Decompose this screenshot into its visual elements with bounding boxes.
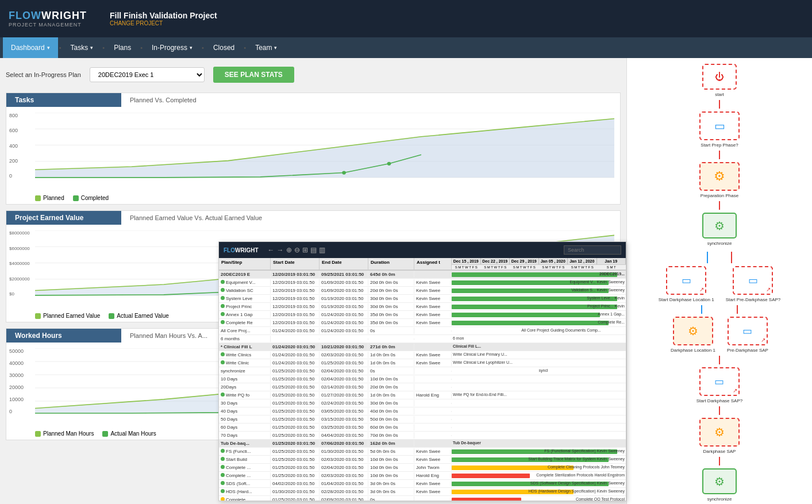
gantt-row-24: Start Build 01/25/2020 03:01:50 02/03/20… [219,456,626,464]
gantt-cell-assign-14 [414,379,452,380]
gantt-cell-dur-22: 162d 0h 0m [368,440,414,447]
gantt-cell-assign-9 [414,338,452,340]
flow-darksap-box: ⚙ [699,418,740,447]
gantt-view2-btn[interactable]: ▥ [319,246,325,254]
see-stats-button[interactable]: SEE PLAN STATS [213,67,294,83]
gantt-row-7: Complete Re 12/20/2019 03:01:50 01/24/20… [219,319,626,327]
gantt-cell-start-13: 01/25/2020 03:01:50 [271,368,320,374]
gantt-cell-assign-26: Harold Eng [414,472,452,479]
gantt-cell-end-29: 02/09/2020 03:01:50 [320,497,368,501]
nav-dashboard[interactable]: Dashboard ▾ [3,37,58,58]
gantt-zoom-in-btn[interactable]: ⊕ [286,246,292,254]
nav-team[interactable]: Team ▾ [247,37,285,58]
nav-dot-1: • [59,44,61,51]
gantt-top-bar: FLOWRIGHT ← → ⊕ ⊖ ⊞ ▤ ▥ [219,242,626,258]
gantt-bar-label-7: Complete Re... [598,320,625,324]
gantt-row-17: 30 Days 01/25/2020 03:01:50 02/24/2020 0… [219,399,626,407]
gantt-cell-plan-19: 50 Days [219,416,271,422]
gantt-cell-start-2: 12/20/2019 03:01:50 [271,279,320,286]
gantt-bar-9: 6 mon [452,335,626,343]
status-dot-2 [221,280,225,284]
gantt-date-4: Jan 05 , 2020 [539,258,568,264]
gantt-cell-plan-10: * Clinical Fill L [219,344,271,350]
gantt-row-27: SDS (Soft... 04/02/2020 03:01:50 01/04/2… [219,480,626,488]
gantt-cell-assign-16: Harold Eng [414,392,452,398]
gantt-bar-fill-6 [452,313,600,317]
gantt-forward-btn[interactable]: → [277,246,284,254]
gantt-bar-10: Clinical Fill L... [452,343,626,351]
gantt-bar-11: Write Clinical Line Primary U... [452,351,626,359]
gantt-cell-assign-2: Kevin Swee [414,279,452,286]
gantt-row-group3: Tub De-baq... 01/25/2020 03:01:50 07/06/… [219,440,626,448]
gantt-cell-dur-6: 35d 0h 0m 0s [368,311,414,318]
gantt-cell-dur-27: 3d 0h 0m 0s [368,480,414,487]
gantt-cell-dur-19: 50d 0h 0m 0s [368,416,414,422]
gear-icon-1: ⚙ [714,169,725,184]
gantt-row-3: Validation SC 12/20/2019 03:01:50 01/09/… [219,287,626,295]
gantt-row-12: Write Clinic 01/24/2020 03:01:50 01/25/2… [219,359,626,367]
gantt-bar-15 [452,383,626,391]
gantt-cell-assign-13 [414,371,452,372]
gantt-cell-start-20: 01/25/2020 03:01:50 [271,424,320,430]
tasks-chart: 800 600 400 200 0 [6,107,620,193]
nav-dot-5: • [244,44,246,51]
gantt-zoom-out-btn[interactable]: ⊖ [294,246,300,254]
tasks-chart-svg: 1/1/2020 7/1/2020 1/1/2021 1/1/2022 [35,113,614,179]
gantt-bar-22: Tub De-baquer [452,440,626,448]
earned-value-header: Project Earned Value Planned Earned Valu… [6,211,620,225]
svg-point-7 [387,162,391,166]
gantt-bar-label-2: Equipment V... Kevin Sweeney [570,280,625,284]
status-dot-27 [221,481,225,485]
gantt-cell-assign-24: Kevin Swee [414,456,452,463]
gantt-cell-end-5: 01/19/2020 03:01:50 [320,303,368,310]
gantt-date-5: Jan 12 , 2020 [568,258,597,264]
flow-branch-row-1: ▭ ↗ Start Darkphase Location 1 ▭ ↗ Start… [659,266,781,302]
gantt-bar-13: syncl [452,367,626,375]
flow-startdarksap-box: ▭ ↗ [699,367,740,396]
logo-sub: PROJECT MANAGEMENT [9,22,82,28]
ev-y-labels: $8000000 $6000000 $4000000 $2000000 $0 [9,230,30,297]
wh-legend-planned: Planned Man Hours [35,430,94,437]
tablet-icon-3: ▭ [748,274,758,287]
gantt-cell-dur-16: 1d 0h 0m 0s [368,392,414,398]
flow-startdark1-box: ▭ ↗ [666,266,706,295]
flow-sync1-node: ⚙ synchronize [702,213,737,246]
nav-tasks[interactable]: Tasks ▾ [63,37,102,58]
gantt-cell-assign-21 [414,435,452,436]
nav-plans[interactable]: Plans [106,37,139,58]
gantt-cell-plan-9: 6 months [219,336,271,342]
gantt-cell-assign-27: Kevin Swee [414,480,452,487]
tasks-subtitle: Planned Vs. Completed [121,94,205,106]
gantt-row-26: Complete ... 01/25/2020 03:01:50 02/03/2… [219,472,626,480]
gantt-cell-dur-11: 1d 0h 0m 0s [368,352,414,358]
gantt-back-btn[interactable]: ← [268,246,275,254]
gantt-fit-btn[interactable]: ⊞ [302,246,308,254]
gantt-cell-start-7: 12/20/2019 03:01:50 [271,320,320,326]
gantt-search-input[interactable] [564,245,621,255]
gantt-cell-plan-27: SDS (Soft... [219,480,271,487]
flow-prep-node: ⚙ Preparation Phase [699,162,740,198]
plan-select[interactable]: 20DEC2019 Exec 1 [90,67,205,82]
gantt-cell-plan-4: System Leve [219,295,271,302]
nav-dot-3: • [140,44,143,51]
gantt-date-6: Jan 19 [597,258,626,264]
gantt-cell-dur-8: 0s [368,328,414,334]
gantt-cell-start-11: 01/24/2020 03:01:50 [271,352,320,358]
flow-darksap-label: Darkphase SAP [703,449,736,454]
external-link-icon-4: ↗ [733,387,737,394]
gantt-cell-dur-12: 1d 0h 0m 0s [368,360,414,366]
nav-closed[interactable]: Closed [205,37,243,58]
gantt-cell-end-1: 09/25/2021 03:01:50 [320,271,368,278]
gantt-bar-label-8: All Core Project Guiding Documents Comp.… [521,328,625,332]
nav-inprogress[interactable]: In-Progress ▾ [144,37,201,58]
gear-icon-5: ⚙ [714,475,725,488]
nav-inprogress-arrow: ▾ [190,45,193,51]
tasks-header: Tasks Planned Vs. Completed [6,93,620,107]
gantt-cell-end-15: 02/14/2020 03:01:50 [320,384,368,390]
gantt-cell-start-14: 01/25/2020 03:01:50 [271,376,320,382]
change-project-link[interactable]: CHANGE PROJECT [110,20,217,26]
gantt-cell-dur-3: 20d 0h 0m 0s [368,287,414,294]
gantt-view1-btn[interactable]: ▤ [310,246,317,254]
wh-planned-dot [35,431,41,437]
gantt-cell-plan-7: Complete Re [219,320,271,326]
